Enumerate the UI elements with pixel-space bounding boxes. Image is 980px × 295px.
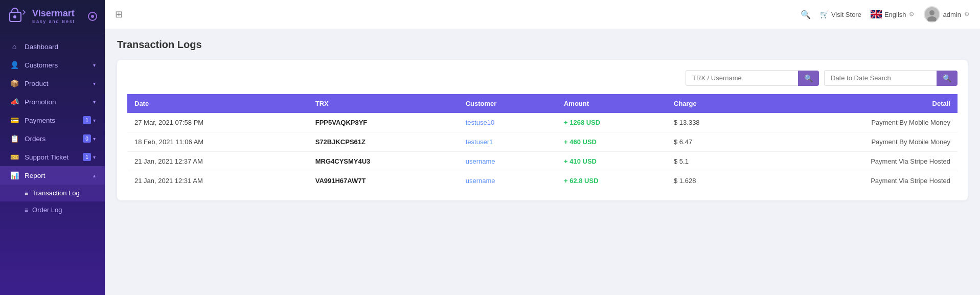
logo-tagline: Easy and Best — [32, 19, 75, 24]
col-charge: Charge — [667, 94, 754, 113]
date-search-group: 🔍 — [824, 70, 958, 86]
sidebar-item-payments[interactable]: 💳 Payments 1 ▾ — [0, 111, 105, 129]
sidebar-item-label: Dashboard — [25, 43, 96, 51]
chevron-down-icon: ▾ — [93, 154, 96, 160]
table-row: 18 Feb, 2021 11:06 AM S72BJKCPS61Z testu… — [127, 132, 958, 152]
cell-trx: S72BJKCPS61Z — [308, 132, 459, 152]
chevron-down-icon: ▾ — [93, 99, 96, 105]
cell-customer[interactable]: username — [459, 171, 557, 191]
language-settings-icon[interactable]: ⚙ — [909, 11, 915, 18]
col-trx: TRX — [308, 94, 459, 113]
topbar: ⊞ 🔍 🛒 Visit Store English ⚙ — [105, 0, 980, 29]
support-icon: 🎫 — [9, 153, 19, 161]
chevron-up-icon: ▴ — [93, 173, 96, 178]
payments-icon: 💳 — [9, 116, 19, 124]
sidebar-item-orders[interactable]: 📋 Orders 0 ▾ — [0, 129, 105, 148]
sidebar-item-label: Product — [25, 80, 93, 87]
user-info[interactable]: admin ⚙ — [924, 6, 970, 22]
sidebar-nav: ⌂ Dashboard 👤 Customers ▾ 📦 Product ▾ 📣 … — [0, 33, 105, 295]
support-badge: 1 — [83, 153, 91, 161]
grid-icon[interactable]: ⊞ — [115, 9, 123, 20]
username-label: admin — [943, 11, 961, 18]
col-date: Date — [127, 94, 308, 113]
cell-detail: Payment By Mobile Money — [754, 132, 958, 152]
orders-icon: 📋 — [9, 134, 19, 143]
sidebar-item-label: Orders — [25, 135, 83, 143]
cell-trx: FPP5VAQKP8YF — [308, 113, 459, 132]
cell-detail: Payment Via Stripe Hosted — [754, 152, 958, 171]
sidebar-item-report[interactable]: 📊 Report ▴ — [0, 166, 105, 185]
logo-text: Visermart Easy and Best — [32, 9, 75, 24]
trx-search-group: 🔍 — [686, 70, 819, 86]
content-area: Transaction Logs 🔍 🔍 Date — [105, 29, 980, 295]
sidebar-item-support[interactable]: 🎫 Support Ticket 1 ▾ — [0, 148, 105, 166]
visit-store-label: Visit Store — [831, 11, 861, 18]
topbar-left: ⊞ — [115, 9, 123, 20]
report-icon: 📊 — [9, 171, 19, 179]
cell-amount: + 62.8 USD — [557, 171, 667, 191]
transaction-card: 🔍 🔍 Date TRX Customer Amount — [117, 60, 968, 200]
cell-charge: $ 5.1 — [667, 152, 754, 171]
sidebar-item-label: Report — [25, 172, 93, 179]
cell-charge: $ 1.628 — [667, 171, 754, 191]
transaction-table: Date TRX Customer Amount Charge Detail 2… — [127, 94, 958, 190]
promotion-icon: 📣 — [9, 98, 19, 106]
chevron-down-icon: ▾ — [93, 81, 96, 86]
cell-customer[interactable]: username — [459, 152, 557, 171]
transaction-log-label: Transaction Log — [32, 189, 80, 197]
trx-search-input[interactable] — [686, 70, 798, 86]
cell-date: 21 Jan, 2021 12:31 AM — [127, 171, 308, 191]
main-area: ⊞ 🔍 🛒 Visit Store English ⚙ — [105, 0, 980, 295]
chevron-down-icon: ▾ — [93, 118, 96, 123]
cell-amount: + 410 USD — [557, 152, 667, 171]
product-icon: 📦 — [9, 79, 19, 87]
cell-customer[interactable]: testuser1 — [459, 132, 557, 152]
search-row: 🔍 🔍 — [127, 70, 958, 86]
cell-charge: $ 6.47 — [667, 132, 754, 152]
cell-date: 27 Mar, 2021 07:58 PM — [127, 113, 308, 132]
cell-charge: $ 13.338 — [667, 113, 754, 132]
logo-name: Visermart — [32, 9, 75, 19]
date-search-input[interactable] — [824, 70, 937, 86]
topbar-right: 🔍 🛒 Visit Store English ⚙ — [801, 6, 970, 22]
sidebar-item-transaction-log[interactable]: Transaction Log — [0, 185, 105, 201]
table-row: 27 Mar, 2021 07:58 PM FPP5VAQKP8YF testu… — [127, 113, 958, 132]
page-title: Transaction Logs — [117, 39, 968, 51]
language-selector[interactable]: English ⚙ — [871, 10, 915, 18]
sidebar-item-customers[interactable]: 👤 Customers ▾ — [0, 56, 105, 74]
sidebar-item-product[interactable]: 📦 Product ▾ — [0, 74, 105, 93]
order-log-label: Order Log — [32, 206, 62, 214]
cell-trx: MRG4CYSMY4U3 — [308, 152, 459, 171]
user-settings-icon[interactable]: ⚙ — [964, 11, 970, 18]
cell-customer[interactable]: testuse10 — [459, 113, 557, 132]
col-detail: Detail — [754, 94, 958, 113]
visit-store-button[interactable]: 🛒 Visit Store — [820, 10, 861, 18]
cell-detail: Payment Via Stripe Hosted — [754, 171, 958, 191]
user-avatar — [924, 6, 940, 22]
uk-flag-icon — [871, 10, 882, 18]
sidebar-item-order-log[interactable]: Order Log — [0, 201, 105, 218]
col-customer: Customer — [459, 94, 557, 113]
col-amount: Amount — [557, 94, 667, 113]
sidebar-item-label: Customers — [25, 61, 93, 69]
cell-trx: VA991H67AW7T — [308, 171, 459, 191]
store-icon: 🛒 — [820, 10, 829, 18]
sidebar-item-promotion[interactable]: 📣 Promotion ▾ — [0, 93, 105, 111]
home-icon: ⌂ — [9, 42, 19, 51]
date-search-button[interactable]: 🔍 — [937, 71, 958, 86]
payments-badge: 1 — [83, 116, 91, 124]
search-icon[interactable]: 🔍 — [801, 10, 811, 19]
trx-search-button[interactable]: 🔍 — [798, 71, 819, 86]
chevron-down-icon: ▾ — [93, 136, 96, 142]
cell-amount: + 460 USD — [557, 132, 667, 152]
table-wrapper: Date TRX Customer Amount Charge Detail 2… — [127, 94, 958, 190]
table-row: 21 Jan, 2021 12:37 AM MRG4CYSMY4U3 usern… — [127, 152, 958, 171]
sidebar-item-label: Support Ticket — [25, 153, 83, 161]
sidebar: Visermart Easy and Best ⌂ Dashboard 👤 Cu… — [0, 0, 105, 295]
sidebar-item-label: Payments — [25, 117, 83, 124]
language-label: English — [884, 11, 906, 18]
table-row: 21 Jan, 2021 12:31 AM VA991H67AW7T usern… — [127, 171, 958, 191]
sidebar-item-dashboard[interactable]: ⌂ Dashboard — [0, 37, 105, 56]
logo-expand-dot[interactable] — [88, 12, 97, 21]
chevron-down-icon: ▾ — [93, 62, 96, 68]
